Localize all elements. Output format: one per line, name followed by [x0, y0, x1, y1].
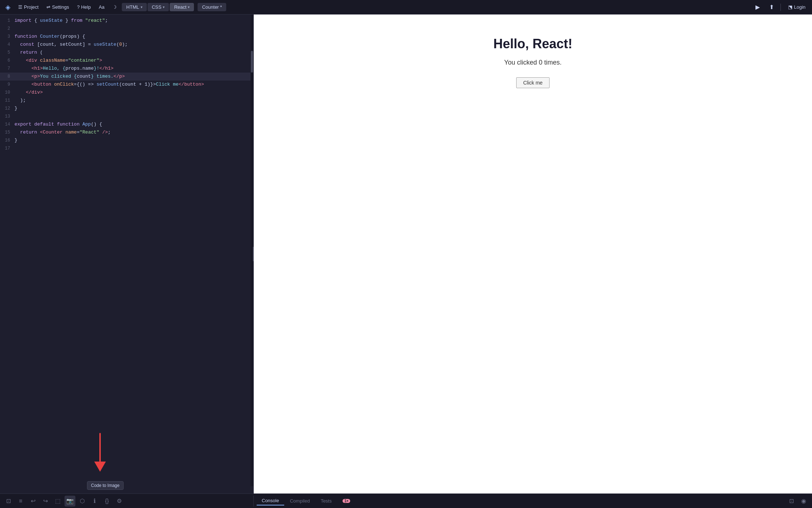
line-num-14: 14	[1, 120, 14, 128]
css-tab-label: CSS	[152, 4, 162, 10]
arrow-shaft	[99, 433, 101, 462]
preview-title: Hello, React!	[493, 36, 572, 52]
info-icon[interactable]: ℹ	[89, 496, 100, 507]
arrow-head	[94, 462, 106, 472]
run-button[interactable]: ▶	[752, 2, 763, 13]
gear-icon[interactable]: ⚙	[114, 496, 125, 507]
settings-icon: ⇌	[46, 4, 50, 10]
format-icon[interactable]: ⬡	[77, 496, 88, 507]
hamburger-icon: ☰	[18, 4, 22, 10]
line-num-2: 2	[1, 25, 14, 33]
code-to-image-tooltip: Code to Image	[87, 481, 124, 490]
braces-icon[interactable]: {}	[102, 496, 112, 507]
line-num-7: 7	[1, 65, 14, 73]
code-line-4: 4 const [count, setCount] = useState(0);	[0, 41, 253, 49]
project-label: Project	[24, 4, 38, 10]
share-button[interactable]: ⬆	[766, 2, 777, 13]
code-text-8: <p>You clicked {count} times.</p>	[14, 73, 252, 81]
line-num-16: 16	[1, 136, 14, 144]
line-num-12: 12	[1, 105, 14, 112]
project-menu[interactable]: ☰ Project	[15, 3, 41, 11]
line-num-6: 6	[1, 57, 14, 65]
code-line-12: 12 }	[0, 105, 253, 112]
code-line-7: 7 <h1>Hello, {props.name}!</h1>	[0, 65, 253, 73]
compiled-tab[interactable]: Compiled	[285, 497, 315, 505]
code-line-9: 9 <button onClick={() => setCount(count …	[0, 81, 253, 89]
screenshot-icon[interactable]: 📷	[65, 496, 75, 507]
code-line-3: 3 function Counter(props) {	[0, 33, 253, 41]
tooltip-label: Code to Image	[91, 483, 120, 488]
login-button[interactable]: ⬔ Login	[784, 3, 809, 11]
login-icon: ⬔	[788, 4, 792, 10]
html-tab[interactable]: HTML ▾	[122, 3, 146, 11]
console-tab-label: Console	[262, 498, 279, 503]
line-num-5: 5	[1, 49, 14, 57]
code-line-2: 2	[0, 25, 253, 33]
code-line-8: 8 <p>You clicked {count} times.</p>	[0, 73, 253, 81]
line-num-10: 10	[1, 89, 14, 97]
tests-tab-label: Tests	[321, 498, 332, 504]
theme-btn[interactable]: ☽	[109, 3, 120, 11]
react-tab[interactable]: React ▾	[170, 3, 194, 11]
drag-line	[253, 247, 254, 261]
console-tab[interactable]: Console	[257, 496, 284, 505]
help-label: Help	[81, 4, 91, 10]
code-line-17: 17	[0, 144, 253, 152]
code-line-16: 16 }	[0, 136, 253, 144]
code-text-10: </div>	[14, 89, 252, 97]
line-num-1: 1	[1, 17, 14, 25]
html-tab-label: HTML	[126, 4, 139, 10]
line-num-3: 3	[1, 33, 14, 41]
preview-subtitle: You clicked 0 times.	[504, 59, 562, 66]
react-chevron-icon: ▾	[188, 5, 190, 9]
line-num-17: 17	[1, 144, 14, 152]
css-tab[interactable]: CSS ▾	[148, 3, 169, 11]
expand-preview-icon[interactable]: ⊡	[786, 496, 797, 507]
badge: 1×	[343, 499, 350, 503]
code-line-1: 1 import { useState } from "react";	[0, 17, 253, 25]
settings-menu[interactable]: ⇌ Settings	[44, 3, 72, 11]
code-text-9: <button onClick={() => setCount(count + …	[14, 81, 252, 89]
translate-btn[interactable]: Aa	[96, 3, 107, 11]
topbar: ◈ ☰ Project ⇌ Settings ? Help Aa ☽ HTML …	[0, 0, 812, 15]
list-icon[interactable]: ≡	[15, 496, 26, 507]
react-tab-label: React	[174, 4, 186, 10]
click-me-button[interactable]: Click me	[516, 77, 550, 88]
share-icon: ⬆	[769, 4, 774, 11]
annotation-arrow	[94, 433, 106, 472]
settings-label: Settings	[52, 4, 69, 10]
help-menu[interactable]: ? Help	[74, 3, 94, 11]
moon-icon: ☽	[112, 4, 117, 10]
line-num-13: 13	[1, 112, 14, 120]
lang-tabs: HTML ▾ CSS ▾ React ▾	[122, 3, 194, 11]
code-text-5: return (	[14, 49, 252, 57]
code-text-15: return <Counter name="React" />;	[14, 128, 252, 136]
tests-tab[interactable]: Tests	[316, 497, 337, 505]
compiled-tab-label: Compiled	[290, 498, 310, 504]
code-text-6: <div className="container">	[14, 57, 252, 65]
css-chevron-icon: ▾	[163, 5, 165, 9]
editor-content[interactable]: 1 import { useState } from "react"; 2 3 …	[0, 15, 253, 493]
html-chevron-icon: ▾	[141, 5, 142, 9]
code-line-15: 15 return <Counter name="React" />;	[0, 128, 253, 136]
redo-icon[interactable]: ↪	[40, 496, 51, 507]
copy-icon[interactable]: ⬚	[52, 496, 63, 507]
line-num-15: 15	[1, 128, 14, 136]
expand-icon[interactable]: ⊡	[3, 496, 14, 507]
editor-resize-handle[interactable]	[252, 15, 254, 493]
line-num-4: 4	[1, 41, 14, 49]
code-text-14: export default function App() {	[14, 120, 252, 128]
code-text-4: const [count, setCount] = useState(0);	[14, 41, 252, 49]
badge-tab[interactable]: 1×	[337, 497, 355, 504]
code-line-11: 11 );	[0, 97, 253, 105]
code-line-10: 10 </div>	[0, 89, 253, 97]
undo-icon[interactable]: ↩	[28, 496, 38, 507]
preview-tab[interactable]: Counter *	[198, 3, 226, 11]
bottom-right-icons: ⊡ ◉	[786, 496, 809, 507]
line-num-11: 11	[1, 97, 14, 105]
bottom-right: Console Compiled Tests 1× ⊡ ◉	[254, 496, 812, 507]
bottom-bar: ⊡ ≡ ↩ ↪ ⬚ 📷 Code to Image ⬡ ℹ {} ⚙ Conso…	[0, 493, 812, 508]
speaker-icon[interactable]: ◉	[798, 496, 809, 507]
code-line-14: 14 export default function App() {	[0, 120, 253, 128]
login-label: Login	[794, 4, 805, 10]
